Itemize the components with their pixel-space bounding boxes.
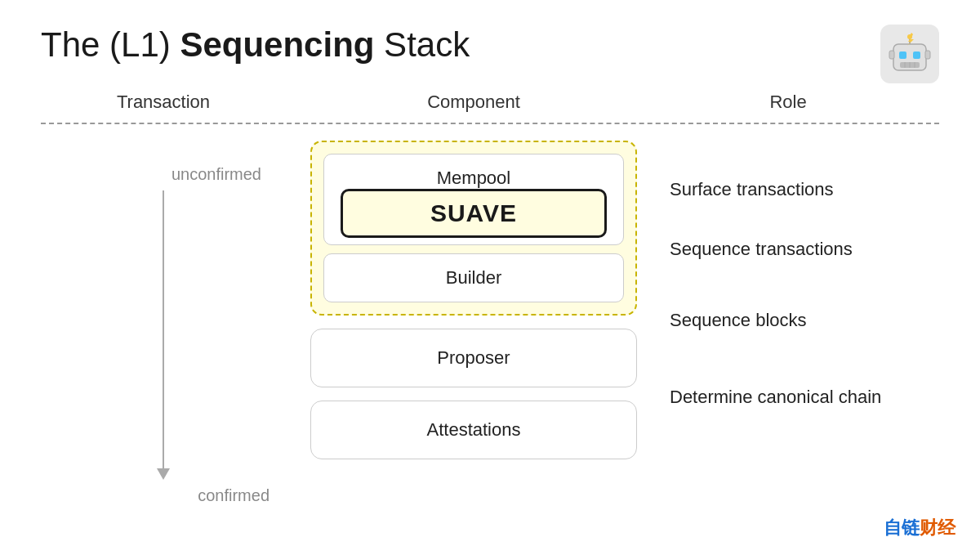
arrow-head [157, 468, 170, 480]
header: The (L1) Sequencing Stack [41, 25, 939, 83]
svg-rect-1 [889, 51, 894, 59]
role-sequence-blocks-text: Sequence blocks [670, 310, 807, 331]
attestations-box: Attestations [310, 401, 637, 459]
watermark-suffix: 财经 [920, 517, 956, 538]
svg-rect-3 [899, 51, 906, 59]
component-column: Mempool SUAVE Builder Proposer Attestati… [310, 141, 637, 459]
svg-rect-4 [913, 51, 920, 59]
proposer-box: Proposer [310, 329, 637, 387]
page-title: The (L1) Sequencing Stack [41, 25, 470, 65]
role-sequence-tx: Sequence transactions [670, 222, 939, 275]
arrow-line [163, 190, 164, 468]
transaction-arrow [157, 190, 170, 480]
suave-outer-box: Mempool SUAVE Builder [310, 141, 637, 316]
column-headers: Transaction Component Role [41, 92, 939, 113]
transaction-column: unconfirmed confirmed [41, 141, 286, 505]
builder-box: Builder [323, 253, 624, 302]
role-sequence-tx-text: Sequence transactions [670, 239, 853, 260]
role-canonical-text: Determine canonical chain [670, 387, 881, 408]
robot-icon [880, 25, 939, 83]
mempool-box: Mempool SUAVE [323, 154, 624, 245]
page-container: The (L1) Sequencing Stack [0, 0, 980, 555]
svg-rect-2 [925, 51, 930, 59]
role-surface: Surface transactions [670, 157, 939, 222]
watermark: 自链财经 [884, 516, 956, 540]
role-sequence-blocks: Sequence blocks [670, 289, 939, 352]
builder-label: Builder [446, 267, 501, 288]
col-header-component: Component [310, 92, 637, 113]
col-header-transaction: Transaction [41, 92, 286, 113]
suave-label: SUAVE [430, 199, 517, 226]
separator-line [41, 123, 939, 124]
role-surface-text: Surface transactions [670, 179, 834, 200]
main-content: unconfirmed confirmed Mempool SUAVE [41, 141, 939, 505]
col-header-role: Role [637, 92, 939, 113]
mempool-label: Mempool [437, 168, 510, 188]
proposer-label: Proposer [437, 347, 510, 368]
attestations-label: Attestations [427, 419, 521, 440]
watermark-prefix: 自链 [884, 517, 920, 538]
role-canonical: Determine canonical chain [670, 365, 939, 429]
role-column: Surface transactions Sequence transactio… [637, 141, 939, 429]
unconfirmed-label: unconfirmed [172, 165, 286, 184]
confirmed-label: confirmed [198, 486, 286, 505]
suave-label-box: SUAVE [341, 189, 607, 238]
